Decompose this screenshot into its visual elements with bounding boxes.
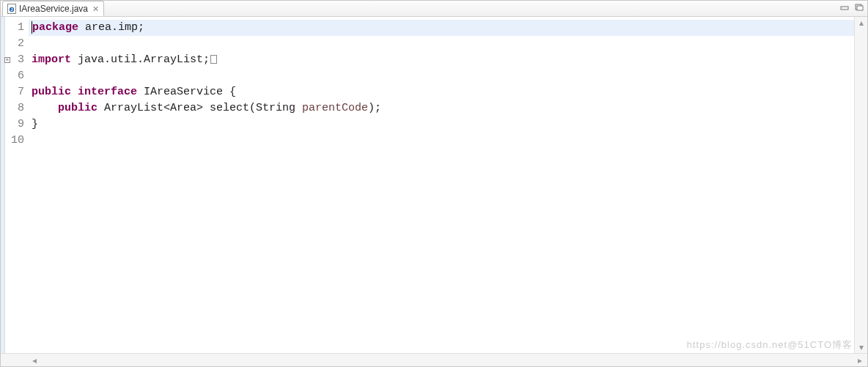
maximize-icon[interactable] xyxy=(854,2,864,12)
editor-tab[interactable]: J IAreaService.java ✕ xyxy=(2,1,104,16)
code-line[interactable]: package area.imp; xyxy=(32,20,854,36)
line-number: 8 xyxy=(5,100,29,116)
code-line[interactable]: public interface IAreaService { xyxy=(32,84,854,100)
line-number-gutter: 123+678910 xyxy=(5,17,29,353)
line-number: 9 xyxy=(5,116,29,133)
line-number: 10 xyxy=(5,133,29,149)
line-number: 2 xyxy=(5,36,29,52)
editor-area: 123+678910 package area.imp;import java.… xyxy=(1,17,867,353)
scroll-up-icon[interactable]: ▴ xyxy=(855,17,867,29)
close-icon[interactable]: ✕ xyxy=(91,4,99,14)
scroll-left-icon[interactable]: ◂ xyxy=(29,354,40,366)
code-text-area[interactable]: package area.imp;import java.util.ArrayL… xyxy=(29,17,854,353)
minimize-icon[interactable] xyxy=(839,2,850,12)
code-line[interactable]: } xyxy=(32,116,854,133)
svg-text:J: J xyxy=(10,7,12,12)
scroll-right-icon[interactable]: ▸ xyxy=(854,354,866,366)
horizontal-scrollbar[interactable]: ◂ ▸ xyxy=(1,353,867,366)
folded-region-icon[interactable] xyxy=(210,55,217,64)
fold-plus-icon[interactable]: + xyxy=(4,57,10,63)
line-number: 6 xyxy=(5,68,29,84)
tab-bar: J IAreaService.java ✕ xyxy=(1,1,867,17)
java-file-icon: J xyxy=(7,4,16,14)
line-number: 3+ xyxy=(5,52,29,68)
watermark-text: https://blog.csdn.net@51CTO博客 xyxy=(687,338,853,352)
svg-rect-5 xyxy=(857,6,863,10)
code-line[interactable]: import java.util.ArrayList; xyxy=(32,52,854,68)
line-number: 7 xyxy=(5,84,29,100)
code-line[interactable] xyxy=(32,133,854,149)
scroll-down-icon[interactable]: ▾ xyxy=(855,341,867,353)
line-number: 1 xyxy=(5,20,29,36)
code-line[interactable]: public ArrayList<Area> select(String par… xyxy=(32,100,854,116)
code-line[interactable] xyxy=(32,36,854,52)
window-controls xyxy=(839,2,864,12)
vertical-scrollbar[interactable]: ▴ ▾ xyxy=(854,17,867,353)
code-line[interactable] xyxy=(32,68,854,84)
tab-label: IAreaService.java xyxy=(19,4,88,14)
svg-rect-3 xyxy=(841,7,848,10)
